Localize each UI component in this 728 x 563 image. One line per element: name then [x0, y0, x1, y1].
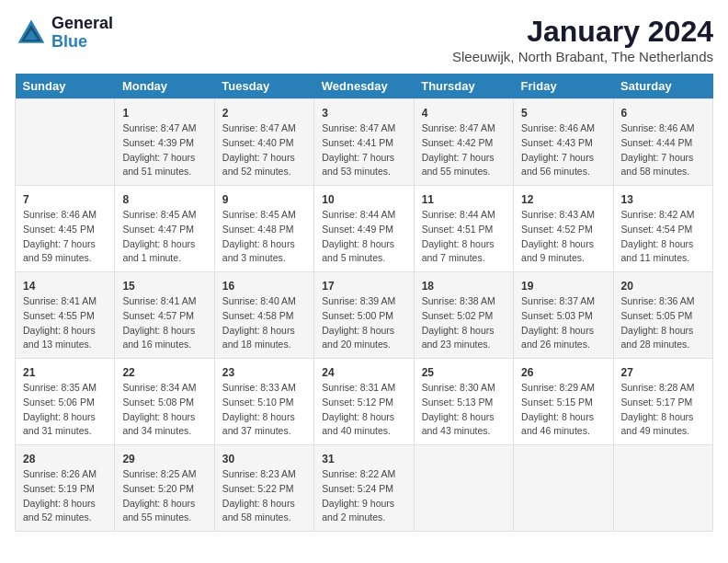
calendar-cell: [16, 99, 115, 186]
day-number: 17: [322, 278, 405, 294]
day-info: Sunrise: 8:34 AMSunset: 5:08 PMDaylight:…: [122, 381, 206, 439]
calendar-cell: 8Sunrise: 8:45 AMSunset: 4:47 PMDaylight…: [115, 186, 214, 272]
day-number: 31: [322, 451, 405, 467]
day-info: Sunrise: 8:47 AMSunset: 4:39 PMDaylight:…: [122, 121, 206, 179]
day-info: Sunrise: 8:39 AMSunset: 5:00 PMDaylight:…: [322, 294, 405, 352]
calendar-cell: 6Sunrise: 8:46 AMSunset: 4:44 PMDaylight…: [613, 99, 712, 186]
logo-text: General Blue: [51, 15, 113, 52]
week-row-1: 1Sunrise: 8:47 AMSunset: 4:39 PMDaylight…: [16, 99, 713, 186]
subtitle: Sleeuwijk, North Brabant, The Netherland…: [452, 49, 713, 64]
day-number: 7: [23, 191, 107, 208]
col-header-sunday: Sunday: [16, 74, 115, 99]
day-info: Sunrise: 8:45 AMSunset: 4:47 PMDaylight:…: [122, 208, 206, 266]
day-number: 19: [521, 278, 605, 294]
day-number: 21: [23, 364, 107, 381]
logo: General Blue: [15, 15, 113, 52]
calendar-cell: [613, 445, 712, 532]
day-number: 1: [122, 105, 206, 121]
day-number: 8: [122, 191, 206, 208]
calendar-cell: [514, 445, 613, 532]
calendar-cell: 28Sunrise: 8:26 AMSunset: 5:19 PMDayligh…: [16, 445, 115, 532]
calendar-table: SundayMondayTuesdayWednesdayThursdayFrid…: [15, 74, 713, 532]
calendar-cell: 3Sunrise: 8:47 AMSunset: 4:41 PMDaylight…: [314, 99, 414, 186]
day-info: Sunrise: 8:38 AMSunset: 5:02 PMDaylight:…: [422, 294, 506, 352]
main-title: January 2024: [452, 15, 713, 49]
day-info: Sunrise: 8:22 AMSunset: 5:24 PMDaylight:…: [322, 467, 405, 525]
calendar-cell: 19Sunrise: 8:37 AMSunset: 5:03 PMDayligh…: [514, 272, 613, 359]
calendar-cell: 24Sunrise: 8:31 AMSunset: 5:12 PMDayligh…: [314, 359, 414, 445]
calendar-cell: 27Sunrise: 8:28 AMSunset: 5:17 PMDayligh…: [613, 359, 712, 445]
calendar-cell: 4Sunrise: 8:47 AMSunset: 4:42 PMDaylight…: [414, 99, 513, 186]
day-info: Sunrise: 8:42 AMSunset: 4:54 PMDaylight:…: [621, 208, 705, 266]
day-number: 23: [222, 364, 306, 381]
week-row-3: 14Sunrise: 8:41 AMSunset: 4:55 PMDayligh…: [16, 272, 713, 359]
day-info: Sunrise: 8:44 AMSunset: 4:51 PMDaylight:…: [422, 208, 506, 266]
day-number: 30: [222, 451, 306, 467]
day-number: 18: [422, 278, 506, 294]
week-row-2: 7Sunrise: 8:46 AMSunset: 4:45 PMDaylight…: [16, 186, 713, 272]
header-row: SundayMondayTuesdayWednesdayThursdayFrid…: [16, 74, 713, 99]
day-info: Sunrise: 8:41 AMSunset: 4:57 PMDaylight:…: [122, 294, 206, 352]
day-number: 26: [521, 364, 605, 381]
day-info: Sunrise: 8:41 AMSunset: 4:55 PMDaylight:…: [23, 294, 107, 352]
day-info: Sunrise: 8:35 AMSunset: 5:06 PMDaylight:…: [23, 381, 107, 439]
col-header-tuesday: Tuesday: [214, 74, 313, 99]
day-number: 28: [23, 451, 107, 467]
day-number: 12: [521, 191, 605, 208]
day-info: Sunrise: 8:47 AMSunset: 4:42 PMDaylight:…: [422, 121, 506, 179]
day-info: Sunrise: 8:25 AMSunset: 5:20 PMDaylight:…: [122, 467, 206, 525]
calendar-cell: 2Sunrise: 8:47 AMSunset: 4:40 PMDaylight…: [214, 99, 313, 186]
calendar-cell: [414, 445, 513, 532]
calendar-cell: 14Sunrise: 8:41 AMSunset: 4:55 PMDayligh…: [16, 272, 115, 359]
calendar-cell: 23Sunrise: 8:33 AMSunset: 5:10 PMDayligh…: [214, 359, 313, 445]
calendar-cell: 10Sunrise: 8:44 AMSunset: 4:49 PMDayligh…: [314, 186, 414, 272]
calendar-cell: 13Sunrise: 8:42 AMSunset: 4:54 PMDayligh…: [613, 186, 712, 272]
calendar-cell: 30Sunrise: 8:23 AMSunset: 5:22 PMDayligh…: [214, 445, 313, 532]
calendar-cell: 20Sunrise: 8:36 AMSunset: 5:05 PMDayligh…: [613, 272, 712, 359]
day-number: 14: [23, 278, 107, 294]
day-info: Sunrise: 8:43 AMSunset: 4:52 PMDaylight:…: [521, 208, 605, 266]
day-number: 10: [322, 191, 405, 208]
calendar-cell: 17Sunrise: 8:39 AMSunset: 5:00 PMDayligh…: [314, 272, 414, 359]
calendar-cell: 15Sunrise: 8:41 AMSunset: 4:57 PMDayligh…: [115, 272, 214, 359]
col-header-monday: Monday: [115, 74, 214, 99]
day-info: Sunrise: 8:33 AMSunset: 5:10 PMDaylight:…: [222, 381, 306, 439]
calendar-cell: 29Sunrise: 8:25 AMSunset: 5:20 PMDayligh…: [115, 445, 214, 532]
day-number: 9: [222, 191, 306, 208]
day-info: Sunrise: 8:23 AMSunset: 5:22 PMDaylight:…: [222, 467, 306, 525]
calendar-cell: 21Sunrise: 8:35 AMSunset: 5:06 PMDayligh…: [16, 359, 115, 445]
day-info: Sunrise: 8:29 AMSunset: 5:15 PMDaylight:…: [521, 381, 605, 439]
day-number: 20: [621, 278, 705, 294]
day-info: Sunrise: 8:47 AMSunset: 4:41 PMDaylight:…: [322, 121, 405, 179]
calendar-cell: 1Sunrise: 8:47 AMSunset: 4:39 PMDaylight…: [115, 99, 214, 186]
day-info: Sunrise: 8:37 AMSunset: 5:03 PMDaylight:…: [521, 294, 605, 352]
day-info: Sunrise: 8:26 AMSunset: 5:19 PMDaylight:…: [23, 467, 107, 525]
day-number: 5: [521, 105, 605, 121]
calendar-cell: 11Sunrise: 8:44 AMSunset: 4:51 PMDayligh…: [414, 186, 513, 272]
logo-icon: [15, 17, 48, 50]
day-number: 22: [122, 364, 206, 381]
day-number: 3: [322, 105, 405, 121]
col-header-friday: Friday: [514, 74, 613, 99]
calendar-cell: 25Sunrise: 8:30 AMSunset: 5:13 PMDayligh…: [414, 359, 513, 445]
day-info: Sunrise: 8:46 AMSunset: 4:44 PMDaylight:…: [621, 121, 705, 179]
day-info: Sunrise: 8:45 AMSunset: 4:48 PMDaylight:…: [222, 208, 306, 266]
calendar-cell: 12Sunrise: 8:43 AMSunset: 4:52 PMDayligh…: [514, 186, 613, 272]
day-number: 11: [422, 191, 506, 208]
day-info: Sunrise: 8:46 AMSunset: 4:45 PMDaylight:…: [23, 208, 107, 266]
week-row-4: 21Sunrise: 8:35 AMSunset: 5:06 PMDayligh…: [16, 359, 713, 445]
day-number: 16: [222, 278, 306, 294]
title-area: January 2024 Sleeuwijk, North Brabant, T…: [452, 15, 713, 64]
day-number: 6: [621, 105, 705, 121]
day-info: Sunrise: 8:36 AMSunset: 5:05 PMDaylight:…: [621, 294, 705, 352]
header: General Blue January 2024 Sleeuwijk, Nor…: [15, 15, 713, 64]
calendar-cell: 26Sunrise: 8:29 AMSunset: 5:15 PMDayligh…: [514, 359, 613, 445]
day-number: 29: [122, 451, 206, 467]
day-info: Sunrise: 8:30 AMSunset: 5:13 PMDaylight:…: [422, 381, 506, 439]
col-header-saturday: Saturday: [613, 74, 712, 99]
week-row-5: 28Sunrise: 8:26 AMSunset: 5:19 PMDayligh…: [16, 445, 713, 532]
calendar-cell: 22Sunrise: 8:34 AMSunset: 5:08 PMDayligh…: [115, 359, 214, 445]
col-header-wednesday: Wednesday: [314, 74, 414, 99]
day-info: Sunrise: 8:40 AMSunset: 4:58 PMDaylight:…: [222, 294, 306, 352]
day-number: 2: [222, 105, 306, 121]
